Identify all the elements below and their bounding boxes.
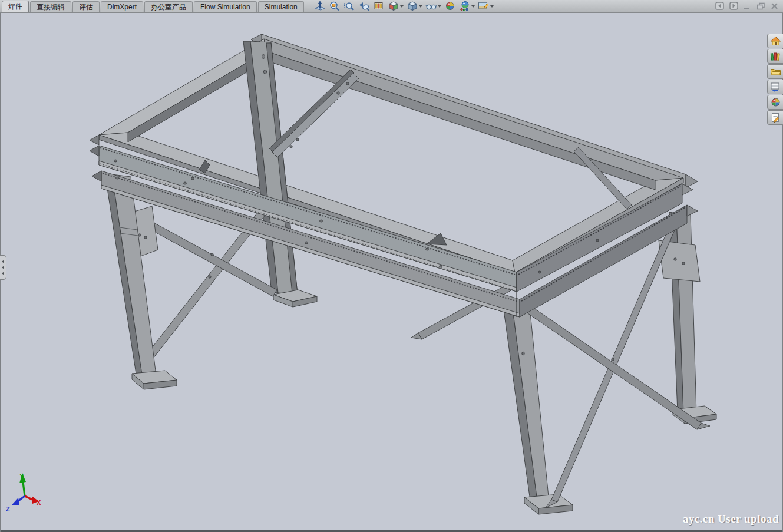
bolt-hole bbox=[426, 248, 429, 250]
bolt-hole bbox=[138, 234, 141, 236]
bolt-hole bbox=[346, 82, 349, 85]
document-pencil-icon bbox=[770, 113, 781, 123]
watermark: ayc.cn User upload bbox=[683, 513, 779, 526]
dropdown-caret-icon bbox=[438, 5, 441, 8]
y-axis-label: Y bbox=[19, 472, 24, 480]
edit-appearance-icon bbox=[444, 1, 456, 12]
tab-evaluate[interactable]: 评估 bbox=[72, 1, 100, 12]
bolt-hole bbox=[262, 55, 265, 59]
tab-label: DimXpert bbox=[107, 3, 137, 11]
tab-office-products[interactable]: 办公室产品 bbox=[144, 1, 193, 12]
view-orientation-icon bbox=[388, 1, 399, 12]
section-view-icon bbox=[373, 1, 385, 12]
collapse-left-icon bbox=[715, 2, 724, 10]
task-pane-strip bbox=[767, 34, 783, 125]
bolt-hole bbox=[290, 146, 292, 148]
z-axis-label: Z bbox=[6, 505, 10, 513]
minimize-icon bbox=[744, 2, 751, 10]
section-view-button[interactable] bbox=[372, 1, 385, 12]
command-tabs: 焊件 直接编辑 评估 DimXpert 办公室产品 Flow Simulatio… bbox=[2, 0, 305, 12]
bolt-hole bbox=[674, 258, 676, 260]
bolt-hole bbox=[116, 177, 119, 179]
expand-right-icon bbox=[729, 2, 738, 10]
tab-direct-editing[interactable]: 直接编辑 bbox=[30, 1, 71, 12]
normal-to-button[interactable] bbox=[313, 1, 326, 12]
custom-properties-button[interactable] bbox=[767, 110, 783, 125]
normal-to-icon bbox=[314, 1, 326, 12]
view-palette-button[interactable] bbox=[767, 80, 783, 94]
zoom-to-fit-icon bbox=[329, 1, 341, 12]
file-explorer-button[interactable] bbox=[767, 64, 783, 79]
view-settings-button[interactable] bbox=[477, 1, 494, 12]
view-orientation-button[interactable] bbox=[387, 1, 404, 12]
dropdown-caret-icon bbox=[471, 5, 475, 8]
weldment-table-frame-model[interactable] bbox=[90, 34, 716, 514]
home-icon bbox=[770, 36, 781, 46]
restore-button[interactable] bbox=[756, 2, 765, 10]
tab-label: 办公室产品 bbox=[151, 2, 186, 12]
base-plate-front-left bbox=[132, 371, 177, 389]
view-palette-icon bbox=[770, 82, 781, 92]
tab-simulation[interactable]: Simulation bbox=[258, 1, 304, 12]
bolt-hole bbox=[337, 92, 339, 94]
design-library-button[interactable] bbox=[767, 49, 783, 64]
expand-pane-right-button[interactable] bbox=[729, 2, 738, 10]
folder-icon bbox=[770, 67, 781, 77]
bolt-hole bbox=[682, 262, 685, 265]
apply-scene-icon bbox=[459, 1, 471, 12]
display-style-button[interactable] bbox=[406, 1, 423, 12]
bolt-hole bbox=[144, 236, 147, 239]
zoom-to-area-button[interactable] bbox=[343, 1, 356, 12]
orientation-triad: Y X Z bbox=[6, 472, 41, 513]
appearances-scenes-button[interactable] bbox=[767, 95, 783, 110]
tab-weldment[interactable]: 焊件 bbox=[2, 1, 29, 12]
tab-dimxpert[interactable]: DimXpert bbox=[101, 1, 143, 12]
dropdown-caret-icon bbox=[419, 5, 422, 8]
heads-up-view-toolbar bbox=[313, 0, 494, 12]
zoom-to-area-icon bbox=[343, 1, 355, 12]
edit-appearance-button[interactable] bbox=[444, 1, 457, 12]
bolt-hole bbox=[184, 182, 187, 184]
view-settings-icon bbox=[478, 1, 490, 12]
zoom-to-fit-button[interactable] bbox=[328, 1, 341, 12]
back-corner-post bbox=[243, 41, 298, 294]
bolt-hole bbox=[612, 358, 614, 361]
collapse-pane-left-button[interactable] bbox=[715, 2, 724, 10]
command-manager-bar: 焊件 直接编辑 评估 DimXpert 办公室产品 Flow Simulatio… bbox=[0, 0, 783, 13]
leg-front-left bbox=[105, 173, 157, 380]
graphics-area[interactable]: Y X Z ayc.cn User upload bbox=[0, 12, 783, 532]
bolt-hole bbox=[296, 138, 299, 141]
previous-view-button[interactable] bbox=[358, 1, 371, 12]
minimize-button[interactable] bbox=[744, 2, 751, 10]
dropdown-caret-icon bbox=[490, 5, 494, 8]
bolt-hole bbox=[440, 265, 442, 267]
bolt-hole bbox=[209, 276, 211, 278]
apply-scene-button[interactable] bbox=[458, 1, 475, 12]
chevron-left-icon bbox=[2, 266, 4, 269]
tab-label: Flow Simulation bbox=[200, 3, 250, 11]
model-scene[interactable]: Y X Z bbox=[0, 12, 783, 532]
window-controls bbox=[715, 2, 778, 10]
z-axis-arrow bbox=[11, 498, 19, 505]
bolt-hole bbox=[522, 352, 524, 355]
restore-icon bbox=[756, 2, 765, 10]
books-icon bbox=[770, 51, 781, 61]
display-style-icon bbox=[407, 1, 418, 12]
bolt-hole bbox=[211, 253, 213, 256]
close-icon bbox=[771, 2, 778, 10]
tab-label: Simulation bbox=[265, 3, 298, 11]
tab-label: 直接编辑 bbox=[37, 2, 65, 12]
dropdown-caret-icon bbox=[400, 5, 404, 8]
bolt-hole bbox=[538, 271, 541, 273]
feature-tree-flyout-tab[interactable] bbox=[0, 255, 6, 280]
close-button[interactable] bbox=[771, 2, 778, 10]
hide-show-items-icon bbox=[425, 1, 437, 12]
previous-view-icon bbox=[358, 1, 370, 12]
tab-flow-simulation[interactable]: Flow Simulation bbox=[194, 1, 257, 12]
chevron-left-icon bbox=[2, 260, 4, 263]
chevron-left-icon bbox=[2, 272, 4, 275]
bolt-hole bbox=[191, 177, 194, 180]
hide-show-items-button[interactable] bbox=[425, 1, 442, 12]
solidworks-resources-button[interactable] bbox=[767, 34, 783, 48]
leg-front-near bbox=[502, 298, 549, 503]
